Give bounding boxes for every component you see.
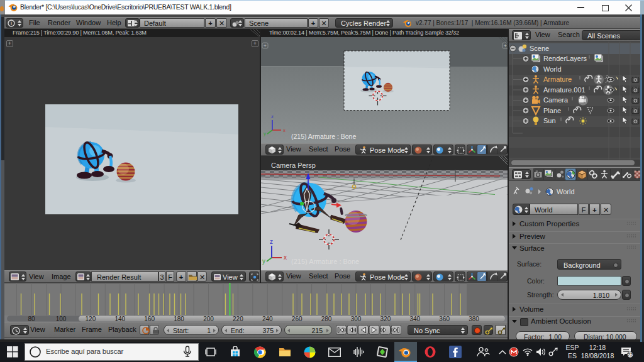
svg-text:World: World [543, 65, 562, 73]
svg-text:(215) Armature : Bone: (215) Armature : Bone [291, 133, 356, 140]
svg-text:Sun: Sun [543, 117, 556, 124]
svg-text:x: x [283, 128, 286, 133]
svg-text:22: 22 [628, 352, 633, 358]
svg-text:Scene: Scene [530, 45, 549, 52]
svg-text:340: 340 [409, 315, 420, 322]
svg-text:Armature.001: Armature.001 [543, 86, 586, 94]
svg-text:120: 120 [86, 315, 96, 322]
svg-text:Camera Persp: Camera Persp [271, 162, 316, 169]
svg-text:i: i [11, 20, 12, 26]
svg-text:Plane: Plane [543, 107, 561, 114]
svg-text:160: 160 [144, 315, 155, 322]
svg-text:Armature: Armature [543, 75, 572, 83]
svg-text:x: x [284, 254, 287, 261]
svg-text:y: y [262, 258, 265, 265]
svg-text:200: 200 [203, 315, 214, 322]
svg-text:y: y [264, 131, 266, 136]
svg-text:z: z [271, 114, 274, 119]
svg-text:280: 280 [321, 315, 332, 322]
svg-text:+: + [264, 43, 267, 49]
svg-text:World: World [557, 188, 575, 195]
svg-text:z: z [270, 238, 273, 245]
svg-text:80: 80 [28, 315, 35, 322]
svg-text:320: 320 [380, 315, 391, 322]
svg-text:220: 220 [233, 315, 243, 322]
svg-text:380: 380 [469, 315, 479, 322]
svg-text:260: 260 [292, 315, 303, 322]
svg-text:100: 100 [56, 315, 67, 322]
svg-text:140: 140 [114, 315, 125, 322]
svg-text:360: 360 [439, 315, 450, 322]
svg-text:180: 180 [174, 315, 184, 322]
svg-text:RenderLayers: RenderLayers [543, 55, 587, 62]
svg-text:300: 300 [351, 315, 362, 322]
svg-text:(215) Armature : Bone: (215) Armature : Bone [291, 258, 359, 265]
svg-text:Camera: Camera [543, 96, 569, 104]
svg-text:240: 240 [262, 315, 273, 322]
